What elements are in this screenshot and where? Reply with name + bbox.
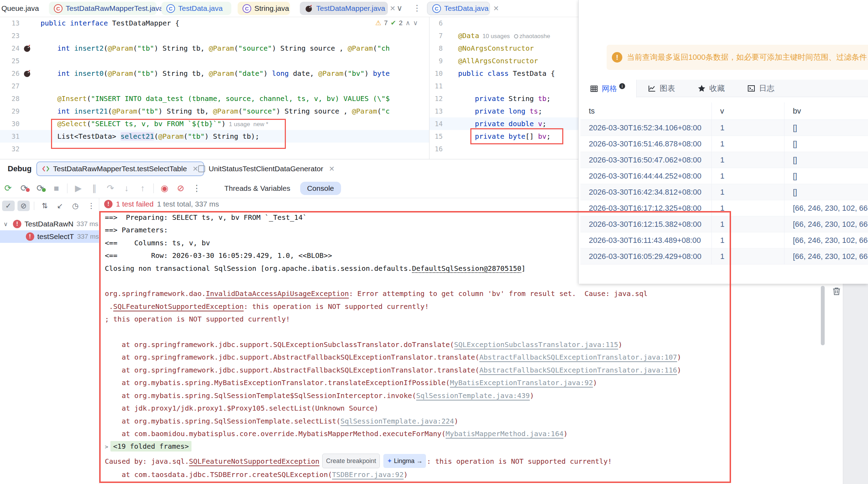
table-row[interactable]: 2026-03-30T16:17:12.325+08:001[66, 246, … xyxy=(580,200,868,216)
inspection-widget[interactable]: ⚠ 7 ✔ 2 ∧ ∨ xyxy=(373,18,420,28)
code-line[interactable]: 29int insert21(@Param("tb") String tb, @… xyxy=(0,105,429,117)
code-line[interactable]: 12private String tb; xyxy=(429,92,578,105)
code-line[interactable]: 31List<TestData> select21(@Param("tb") S… xyxy=(0,130,429,143)
create-breakpoint-button[interactable]: Create breakpoint xyxy=(322,454,380,468)
editor-right-testdata[interactable]: 67@Data 10 usages zhaotaoshe8@NoArgsCons… xyxy=(429,17,578,159)
console-line[interactable]: .SQLFeatureNotSupportedException: this o… xyxy=(105,300,832,313)
code-line[interactable]: 24int insert2(@Param("tb") String tb, @P… xyxy=(0,42,429,55)
sort-icon[interactable]: ⇅ xyxy=(38,201,51,211)
stack-trace-link[interactable]: SQLFeatureNotSupportedException xyxy=(189,457,319,465)
code-line[interactable]: 27 xyxy=(0,80,429,92)
debug-session-tab-selected[interactable]: TestDataRawMapperTest.testSelectTable ✕ xyxy=(36,161,204,176)
more-icon[interactable]: ⋮ xyxy=(413,3,421,13)
table-row[interactable]: 2026-03-30T16:44:44.252+08:001[] xyxy=(580,168,868,184)
console-line[interactable]: Caused by: java.sql.SQLFeatureNotSupport… xyxy=(105,454,832,468)
code-line[interactable]: 8@NoArgsConstructor xyxy=(429,42,578,55)
stack-trace-link[interactable]: AbstractFallbackSQLExceptionTranslator.j… xyxy=(479,353,677,361)
rerun-failed-tests-icon[interactable]: ⟳ xyxy=(16,183,32,193)
stack-trace-link[interactable]: AbstractFallbackSQLExceptionTranslator.j… xyxy=(479,366,677,374)
resume-icon[interactable]: ▶ xyxy=(70,183,86,193)
chevron-down-icon[interactable]: ∨ xyxy=(397,3,403,13)
stack-trace-link[interactable]: SqlSessionTemplate.java:224 xyxy=(340,417,454,425)
code-line[interactable]: 25 xyxy=(0,55,429,67)
console-line[interactable]: at org.mybatis.spring.SqlSessionTemplate… xyxy=(105,415,832,427)
grid-column-header[interactable]: bv xyxy=(784,102,868,120)
history-icon[interactable]: ◷ xyxy=(69,201,81,211)
code-line[interactable]: 7@Data 10 usages zhaotaoshe xyxy=(429,29,578,42)
console-line[interactable]: at jdk.proxy1/jdk.proxy1.$Proxy105.selec… xyxy=(105,402,832,414)
table-row[interactable]: 2026-03-30T16:05:29.429+08:001[66, 246, … xyxy=(580,248,868,265)
test-tree-item[interactable]: !testSelectT337 ms xyxy=(0,230,99,243)
console-line[interactable]: at org.mybatis.spring.MyBatisExceptionTr… xyxy=(105,376,832,389)
tab-testdatamapper-java-active[interactable]: TestDataMapper.java ✕ xyxy=(300,2,388,15)
results-tab-1[interactable]: 网格i xyxy=(579,80,637,97)
console-line[interactable]: at org.springframework.jdbc.support.Abst… xyxy=(105,364,832,376)
stack-trace-link[interactable]: MybatisMapperMethod.java:164 xyxy=(446,429,563,438)
code-line[interactable]: 6 xyxy=(429,17,578,29)
stack-trace-link[interactable]: DefaultSqlSession@28705150 xyxy=(412,264,521,273)
console-line[interactable]: ; this operation is NOT supported curren… xyxy=(105,313,832,325)
table-row[interactable]: 2026-03-30T16:11:43.489+08:001[66, 246, … xyxy=(580,232,868,248)
stack-trace-link[interactable]: MyBatisExceptionTranslator.java:92 xyxy=(450,378,593,387)
stack-trace-link[interactable]: TSDBError.java:92 xyxy=(332,470,404,479)
table-row[interactable]: 2026-03-30T16:52:34.106+08:001[] xyxy=(580,120,868,136)
grid-column-header[interactable]: ts xyxy=(580,102,712,120)
console-line[interactable]: at com.taosdata.jdbc.TSDBError.createSQL… xyxy=(105,481,832,484)
tab-queue-java[interactable]: Queue.java xyxy=(0,0,42,17)
console-line[interactable] xyxy=(105,326,832,338)
code-line[interactable]: 32 xyxy=(0,143,429,155)
tab-console-selected[interactable]: Console xyxy=(300,182,341,195)
close-icon[interactable]: ✕ xyxy=(493,4,499,13)
results-tab-3[interactable]: 收藏 xyxy=(686,80,736,97)
prev-issue-icon[interactable]: ∧ xyxy=(405,19,410,27)
code-line[interactable]: 26int insert0(@Param("tb") String tb, @P… xyxy=(0,67,429,80)
view-breakpoints-icon[interactable]: ◉ xyxy=(157,183,173,193)
table-row[interactable]: 2026-03-30T16:12:15.382+08:001[66, 246, … xyxy=(580,216,868,232)
next-issue-icon[interactable]: ∨ xyxy=(413,19,418,27)
code-line[interactable]: 14private double v; xyxy=(429,117,578,130)
tab-threads-variables[interactable]: Threads & Variables xyxy=(224,184,290,193)
step-out-icon[interactable]: ↑ xyxy=(135,183,151,193)
pause-icon[interactable]: ∥ xyxy=(86,183,102,193)
rerun-tests-icon[interactable]: ⟳ xyxy=(0,183,16,193)
stack-trace-link[interactable]: SQLExceptionSubclassTranslator.java:115 xyxy=(454,340,618,349)
tab-right-testdata-java[interactable]: C TestData.java ✕ xyxy=(427,2,490,15)
stack-trace-link[interactable]: SQLFeatureNotSupportedException xyxy=(113,302,244,311)
step-over-icon[interactable]: ↷ xyxy=(102,183,118,193)
navigate-icon[interactable]: ↙ xyxy=(54,201,66,211)
table-row[interactable]: 2026-03-30T16:50:47.062+08:001[] xyxy=(580,152,868,168)
table-row[interactable]: 2026-03-30T16:51:46.878+08:001[] xyxy=(580,136,868,152)
code-line[interactable]: 10public class TestData { xyxy=(429,67,578,80)
mute-breakpoints-icon[interactable]: ⊘ xyxy=(173,183,189,193)
code-line[interactable]: 15private byte[] bv; xyxy=(429,130,578,143)
close-icon[interactable]: ✕ xyxy=(329,165,335,173)
code-line[interactable]: 13private long ts; xyxy=(429,105,578,117)
code-line[interactable]: 11 xyxy=(429,80,578,92)
test-tree-item[interactable]: ∨!TestDataRawN337 ms xyxy=(0,218,99,230)
tab-testdatarawmappertest-java[interactable]: C TestDataRawMapperTest.java xyxy=(49,2,157,15)
console-line[interactable]: at org.springframework.jdbc.support.SQLE… xyxy=(105,338,832,351)
code-line[interactable]: 9@AllArgsConstructor xyxy=(429,55,578,67)
code-line[interactable]: 16 xyxy=(429,143,578,155)
more-icon[interactable]: ⋮ xyxy=(85,201,98,211)
console-line[interactable]: at org.mybatis.spring.SqlSessionTemplate… xyxy=(105,389,832,402)
tab-testdata-java[interactable]: C TestData.java xyxy=(161,2,231,15)
more-icon[interactable]: ⋮ xyxy=(189,183,205,193)
console-line[interactable]: at com.baomidou.mybatisplus.core.overrid… xyxy=(105,427,832,440)
console-line[interactable]: org.springframework.dao.InvalidDataAcces… xyxy=(105,287,832,300)
stop-icon[interactable]: ■ xyxy=(48,183,64,193)
stack-trace-link[interactable]: InvalidDataAccessApiUsageException xyxy=(206,289,349,298)
code-line[interactable]: 28@Insert("INSERT INTO data_test (tbname… xyxy=(0,92,429,105)
show-passed-icon[interactable]: ✓ xyxy=(2,201,15,211)
show-ignored-icon[interactable]: ⊘ xyxy=(17,201,30,211)
rerun-debug-icon[interactable]: ⟳ xyxy=(32,183,48,193)
console-line[interactable]: at com.taosdata.jdbc.TSDBError.createSQL… xyxy=(105,468,832,481)
table-row[interactable]: 2026-03-30T16:42:34.812+08:001[] xyxy=(580,184,868,200)
chevron-down-icon[interactable]: ∨ xyxy=(3,221,10,228)
code-line[interactable]: 30@Select("SELECT ts, v, bv FROM `${tb}`… xyxy=(0,117,429,130)
console-line[interactable]: at org.springframework.jdbc.support.Abst… xyxy=(105,351,832,363)
stack-trace-link[interactable]: SqlSessionTemplate.java:439 xyxy=(416,391,530,400)
close-icon[interactable]: ✕ xyxy=(390,4,396,13)
clear-console-trash-icon[interactable] xyxy=(831,286,842,298)
tab-string-java[interactable]: C String.java xyxy=(238,2,290,15)
